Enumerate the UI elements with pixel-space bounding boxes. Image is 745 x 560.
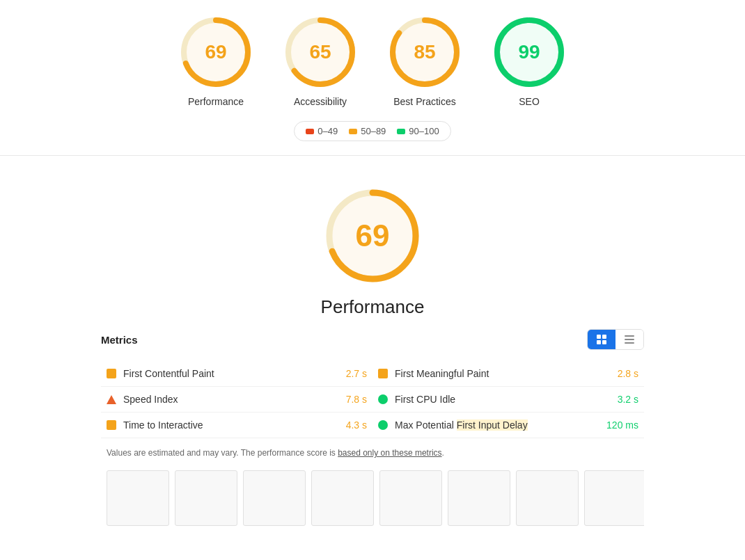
svg-rect-10 xyxy=(597,335,601,339)
score-seo[interactable]: 99 SEO xyxy=(491,14,567,107)
score-label-best-practices: Best Practices xyxy=(393,96,455,107)
filmstrip-frame-4 xyxy=(311,470,374,526)
metric-value-fmp: 2.8 s xyxy=(618,368,638,379)
metric-name-fmp: First Meaningful Paint xyxy=(395,368,611,379)
metrics-section: Metrics xyxy=(59,329,686,533)
metric-icon-si xyxy=(107,395,116,404)
metric-icon-fmp xyxy=(378,369,388,378)
metric-value-fcp: 2.7 s xyxy=(346,368,367,379)
metrics-grid: First Contentful Paint 2.7 s First Meani… xyxy=(101,361,644,438)
metric-icon-fci xyxy=(378,394,388,404)
score-value-seo: 99 xyxy=(518,41,540,63)
metric-value-tti: 4.3 s xyxy=(346,419,367,431)
list-view-button[interactable] xyxy=(615,330,643,349)
big-score-section: 69 Performance Metrics xyxy=(0,170,745,540)
metrics-header: Metrics xyxy=(101,329,644,350)
filmstrip-frame-6 xyxy=(448,470,510,526)
disclaimer: Values are estimated and may vary. The p… xyxy=(101,438,644,459)
disclaimer-link[interactable]: based only on these metrics xyxy=(338,448,441,458)
metric-time-to-interactive: Time to Interactive 4.3 s xyxy=(101,413,372,438)
grid-view-button[interactable] xyxy=(588,330,615,349)
view-toggle xyxy=(587,329,644,350)
svg-rect-14 xyxy=(625,335,634,337)
big-score-circle: 69 xyxy=(320,184,425,288)
metric-value-fci: 3.2 s xyxy=(618,394,638,405)
svg-rect-15 xyxy=(625,339,634,340)
svg-rect-12 xyxy=(597,340,601,344)
filmstrip-frame-5 xyxy=(379,470,442,526)
filmstrip-frame-3 xyxy=(243,470,306,526)
filmstrip-frame-2 xyxy=(175,470,237,526)
metric-name-si: Speed Index xyxy=(123,394,339,405)
disclaimer-end: . xyxy=(442,448,444,458)
big-score-value: 69 xyxy=(356,218,390,253)
scores-row: 69 Performance 65 Accessibility 85 Best … xyxy=(0,0,745,114)
legend-range-high: 90–100 xyxy=(409,126,439,136)
legend-high: 90–100 xyxy=(397,126,439,136)
legend-range-mid: 50–89 xyxy=(361,126,386,136)
score-label-performance: Performance xyxy=(188,96,244,107)
metric-first-contentful-paint: First Contentful Paint 2.7 s xyxy=(101,361,372,387)
score-circle-performance: 69 xyxy=(178,14,254,90)
score-label-seo: SEO xyxy=(519,96,540,107)
legend-low: 0–49 xyxy=(306,126,338,136)
metrics-title: Metrics xyxy=(101,334,138,346)
metric-first-cpu-idle: First CPU Idle 3.2 s xyxy=(372,387,644,413)
metric-icon-fcp xyxy=(107,369,116,378)
score-best-practices[interactable]: 85 Best Practices xyxy=(386,14,463,107)
score-label-accessibility: Accessibility xyxy=(294,96,347,107)
metric-value-mpfid: 120 ms xyxy=(606,419,638,431)
svg-rect-13 xyxy=(602,340,606,344)
disclaimer-text: Values are estimated and may vary. The p… xyxy=(107,448,338,458)
score-accessibility[interactable]: 65 Accessibility xyxy=(282,14,359,107)
svg-rect-16 xyxy=(625,342,634,344)
metric-icon-tti xyxy=(107,420,116,430)
legend-mid: 50–89 xyxy=(349,126,386,136)
legend-range-low: 0–49 xyxy=(317,126,338,136)
score-circle-seo: 99 xyxy=(491,14,567,90)
filmstrip-frame-7 xyxy=(516,470,579,526)
score-circle-accessibility: 65 xyxy=(282,14,359,90)
score-performance[interactable]: 69 Performance xyxy=(178,14,254,107)
score-circle-best-practices: 85 xyxy=(386,14,463,90)
big-score-label: Performance xyxy=(321,296,425,318)
legend-row: 0–49 50–89 90–100 xyxy=(0,121,745,141)
metric-name-mpfid: Max Potential First Input Delay xyxy=(395,419,599,431)
metric-name-tti: Time to Interactive xyxy=(123,419,339,431)
legend-dot-high xyxy=(397,129,405,134)
metric-name-fci: First CPU Idle xyxy=(395,394,611,405)
legend-box: 0–49 50–89 90–100 xyxy=(294,121,450,141)
filmstrip-frame-8 xyxy=(584,470,644,526)
score-value-accessibility: 65 xyxy=(309,41,331,63)
metric-icon-mpfid xyxy=(378,420,388,430)
legend-dot-low xyxy=(306,129,314,134)
section-divider xyxy=(0,155,745,156)
legend-dot-mid xyxy=(349,129,357,134)
metric-first-meaningful-paint: First Meaningful Paint 2.8 s xyxy=(372,361,644,387)
filmstrip-frame-1 xyxy=(107,470,169,526)
metric-name-fcp: First Contentful Paint xyxy=(123,368,339,379)
filmstrip xyxy=(101,459,644,533)
svg-rect-11 xyxy=(602,335,606,339)
metric-value-si: 7.8 s xyxy=(346,394,367,405)
score-value-performance: 69 xyxy=(205,41,226,63)
metric-max-potential-fid: Max Potential First Input Delay 120 ms xyxy=(372,413,644,438)
metric-speed-index: Speed Index 7.8 s xyxy=(101,387,372,413)
score-value-best-practices: 85 xyxy=(414,41,435,63)
